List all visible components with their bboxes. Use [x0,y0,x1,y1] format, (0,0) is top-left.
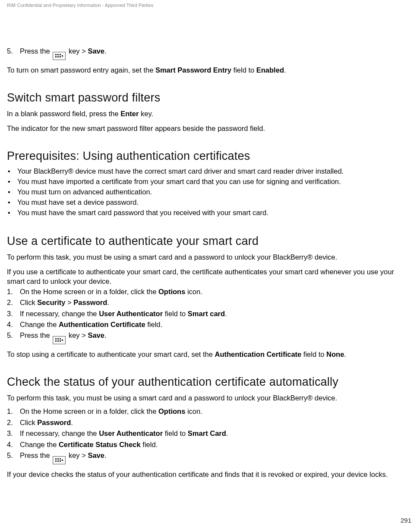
text: To stop using a certificate to authentic… [7,350,215,358]
text: field to [163,429,188,437]
step-5-press-key: 5. Press the key > Save. [7,47,411,60]
text: . [104,451,107,459]
term: Save [88,451,104,459]
text: To turn on smart password entry again, s… [7,66,155,74]
bullet-icon: • [7,197,11,208]
list-item: •You must have set a device password. [7,197,411,208]
step-text: Change the Certificate Status Check fiel… [20,440,411,449]
text: key > [66,451,88,459]
menu-key-icon [53,336,66,344]
bullet-list: •Your BlackBerry® device must have the c… [7,166,411,218]
step-text: Press the key > Save. [20,47,411,60]
term: Save [88,331,104,339]
section-prerequisites: Prerequisites: Using authentication cert… [7,149,411,218]
term: Options [158,288,185,295]
term: Smart card [188,310,225,317]
text: . [104,47,107,55]
step-5: 5. Press the key > Save. [7,451,411,464]
step-text: Press the key > Save. [20,331,411,344]
step-text: Click Security > Password. [20,298,411,307]
term: Authentication Certificate [215,350,302,358]
text: Change the [20,441,59,448]
text: . [344,350,346,358]
term: User Authenticator [99,310,163,317]
text: key > [66,47,88,55]
text: If necessary, change the [20,429,99,437]
term: Authentication Certificate [59,321,145,328]
term: User Authenticator [99,429,163,437]
key-name: Enter [120,110,139,117]
step-1: 1. On the Home screen or in a folder, cl… [7,407,411,416]
step-4: 4. Change the Authentication Certificate… [7,320,411,329]
confidential-header: RIM Confidential and Proprietary Informa… [7,0,411,8]
step-text: Change the Authentication Certificate fi… [20,320,411,329]
step-1: 1. On the Home screen or in a folder, cl… [7,287,411,296]
text: field. [145,321,162,328]
list-item: •You must have imported a certificate fr… [7,177,411,187]
section-switch-filters: Switch smart password filters In a blank… [7,91,411,133]
menu-key-icon [53,456,66,464]
text: . [225,310,227,317]
text: field. [141,441,158,448]
step-number: 1. [7,287,16,296]
paragraph: If your device checks the status of your… [7,470,411,479]
step-number: 2. [7,298,16,307]
text: Click [20,419,37,426]
text: You must have set a device password. [17,197,139,208]
paragraph: In a blank password field, press the Ent… [7,109,411,118]
list-item: •You must have the smart card password t… [7,208,411,218]
step-5: 5. Press the key > Save. [7,331,411,344]
step-4: 4. Change the Certificate Status Check f… [7,440,411,449]
text: . [226,429,228,437]
page-number: 291 [401,517,411,524]
paragraph: The indicator for the new smart password… [7,124,411,133]
text: field to [231,66,256,74]
text: icon. [185,407,202,415]
heading-prerequisites: Prerequisites: Using authentication cert… [7,149,411,163]
save-label: Save [88,47,104,55]
bullet-icon: • [7,187,11,197]
term: Password [37,419,71,426]
text: Press the [20,451,52,459]
text: Press the [20,47,52,55]
text: Change the [20,321,59,328]
heading-switch-filters: Switch smart password filters [7,91,411,105]
menu-key-icon [53,52,66,60]
text: You must have imported a certificate fro… [17,177,341,187]
step-number: 1. [7,407,16,416]
field-value: Enabled [256,66,284,74]
heading-use-certificate: Use a certificate to authenticate your s… [7,235,411,248]
text: > [65,298,73,306]
text: In a blank password field, press the [7,110,120,117]
paragraph: If you use a certificate to authenticate… [7,267,411,286]
text: You must have the smart card password th… [17,208,268,218]
text: Press the [20,331,52,339]
list-item: •Your BlackBerry® device must have the c… [7,166,411,177]
text: . [107,298,109,306]
bullet-icon: • [7,177,11,187]
step-number: 5. [7,451,16,460]
step-number: 2. [7,418,16,427]
text: . [71,419,73,426]
term: Options [158,407,185,415]
document-page: RIM Confidential and Proprietary Informa… [0,0,420,479]
step-number: 4. [7,320,16,329]
section-use-certificate: Use a certificate to authenticate your s… [7,235,411,359]
text: On the Home screen or in a folder, click… [20,407,158,415]
step-number: 5. [7,47,16,56]
bullet-icon: • [7,208,11,218]
section-check-status: Check the status of your authentication … [7,375,411,479]
step-number: 3. [7,429,16,438]
text: Your BlackBerry® device must have the co… [17,166,344,177]
term: Security [37,298,65,306]
step-2: 2. Click Password. [7,418,411,427]
text: . [284,66,286,74]
text: key > [66,331,88,339]
paragraph: To perform this task, you must be using … [7,393,411,403]
step-text: If necessary, change the User Authentica… [20,429,411,438]
heading-check-status: Check the status of your authentication … [7,375,411,389]
step-text: On the Home screen or in a folder, click… [20,407,411,416]
step-text: On the Home screen or in a folder, click… [20,287,411,296]
paragraph: To perform this task, you must be using … [7,252,411,262]
text: icon. [185,288,202,295]
